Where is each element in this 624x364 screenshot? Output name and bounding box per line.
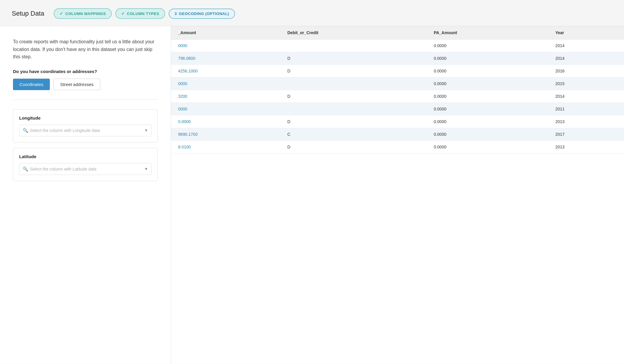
cell-amount: 796.0800 — [171, 52, 280, 65]
cell-pa-amount: 0.0000 — [427, 141, 548, 153]
cell-debit-credit: D — [280, 141, 426, 153]
cell-amount: 8.0100 — [171, 141, 280, 153]
coordinates-question: Do you have coordinates or addresses? — [13, 69, 158, 74]
cell-amount: 4256.1000 — [171, 65, 280, 77]
col-header-amount: _Amount — [171, 26, 280, 39]
step-column-types[interactable]: ✓ COLUMN TYPES — [115, 8, 165, 19]
cell-amount: 0.0000 — [171, 115, 280, 128]
coordinates-button[interactable]: Coordinates — [13, 79, 50, 90]
steps-nav: ✓ COLUMN MAPPINGS ✓ COLUMN TYPES 3 GEOCO… — [54, 8, 235, 19]
step-geocoding[interactable]: 3 GEOCODING (OPTIONAL) — [169, 9, 235, 19]
cell-debit-credit — [280, 39, 426, 52]
step1-check-icon: ✓ — [60, 11, 63, 16]
cell-year: 2014 — [548, 52, 624, 65]
latitude-label: Latitude — [19, 154, 152, 159]
step2-check-icon: ✓ — [121, 11, 125, 16]
table-row: 00000.00002015 — [171, 77, 624, 90]
cell-debit-credit: D — [280, 90, 426, 103]
table-row: 8.0100D0.00002013 — [171, 141, 624, 153]
longitude-field-card: Longitude 🔍 Select the column with Longi… — [13, 109, 158, 143]
cell-debit-credit: C — [280, 128, 426, 141]
table-row: 0.0000D0.00002013 — [171, 115, 624, 128]
cell-pa-amount: 0.0000 — [427, 39, 548, 52]
longitude-select-wrapper: 🔍 Select the column with Longitude data … — [19, 125, 152, 136]
cell-pa-amount: 0.0000 — [427, 65, 548, 77]
table-row: 4256.1000D0.00002016 — [171, 65, 624, 77]
step2-label: COLUMN TYPES — [127, 11, 159, 16]
longitude-label: Longitude — [19, 115, 152, 120]
cell-pa-amount: 0.0000 — [427, 77, 548, 90]
cell-pa-amount: 0.0000 — [427, 90, 548, 103]
latitude-field-card: Latitude 🔍 Select the column with Latitu… — [13, 148, 158, 181]
longitude-select[interactable]: Select the column with Longitude data — [19, 125, 152, 136]
data-table: _Amount Debit_or_Credit PA_Amount Year 0… — [171, 26, 624, 153]
step1-label: COLUMN MAPPINGS — [65, 11, 106, 16]
cell-pa-amount: 0.0000 — [427, 128, 548, 141]
street-addresses-button[interactable]: Street addresses — [53, 79, 100, 90]
table-row: 3200D0.00002014 — [171, 90, 624, 103]
step-column-mappings[interactable]: ✓ COLUMN MAPPINGS — [54, 8, 112, 19]
table-body: 00000.00002014796.0800D0.000020144256.10… — [171, 39, 624, 153]
table-row: 796.0800D0.00002014 — [171, 52, 624, 65]
col-header-pa-amount: PA_Amount — [427, 26, 548, 39]
cell-debit-credit — [280, 77, 426, 90]
left-panel: To create reports with map functionality… — [0, 26, 171, 364]
cell-year: 2013 — [548, 115, 624, 128]
right-panel: _Amount Debit_or_Credit PA_Amount Year 0… — [171, 26, 624, 364]
cell-year: 2014 — [548, 90, 624, 103]
cell-debit-credit: D — [280, 65, 426, 77]
cell-amount: 9690.1700 — [171, 128, 280, 141]
latitude-select-wrapper: 🔍 Select the column with Latitude data ▼ — [19, 163, 152, 175]
cell-amount: 3200 — [171, 90, 280, 103]
col-header-year: Year — [548, 26, 624, 39]
cell-year: 2014 — [548, 39, 624, 52]
latitude-select[interactable]: Select the column with Latitude data — [19, 163, 152, 175]
cell-amount: 0000 — [171, 39, 280, 52]
col-header-debit-credit: Debit_or_Credit — [280, 26, 426, 39]
cell-year: 2011 — [548, 103, 624, 115]
cell-pa-amount: 0.0000 — [427, 103, 548, 115]
cell-pa-amount: 0.0000 — [427, 52, 548, 65]
table-row: 00000.00002014 — [171, 39, 624, 52]
section-divider — [13, 100, 158, 100]
main-content: To create reports with map functionality… — [0, 26, 624, 364]
description-text: To create reports with map functionality… — [13, 38, 158, 61]
cell-pa-amount: 0.0000 — [427, 115, 548, 128]
header: Setup Data ✓ COLUMN MAPPINGS ✓ COLUMN TY… — [0, 0, 624, 26]
location-type-buttons: Coordinates Street addresses — [13, 79, 158, 90]
page-title: Setup Data — [12, 10, 44, 17]
cell-debit-credit: D — [280, 115, 426, 128]
table-header-row: _Amount Debit_or_Credit PA_Amount Year — [171, 26, 624, 39]
cell-year: 2017 — [548, 128, 624, 141]
step3-number: 3 — [175, 11, 177, 16]
table-row: 00000.00002011 — [171, 103, 624, 115]
cell-year: 2016 — [548, 65, 624, 77]
cell-year: 2015 — [548, 77, 624, 90]
table-header: _Amount Debit_or_Credit PA_Amount Year — [171, 26, 624, 39]
cell-amount: 0000 — [171, 103, 280, 115]
table-row: 9690.1700C0.00002017 — [171, 128, 624, 141]
cell-debit-credit: D — [280, 52, 426, 65]
step3-label: GEOCODING (OPTIONAL) — [179, 11, 229, 16]
cell-debit-credit — [280, 103, 426, 115]
cell-year: 2013 — [548, 141, 624, 153]
cell-amount: 0000 — [171, 77, 280, 90]
